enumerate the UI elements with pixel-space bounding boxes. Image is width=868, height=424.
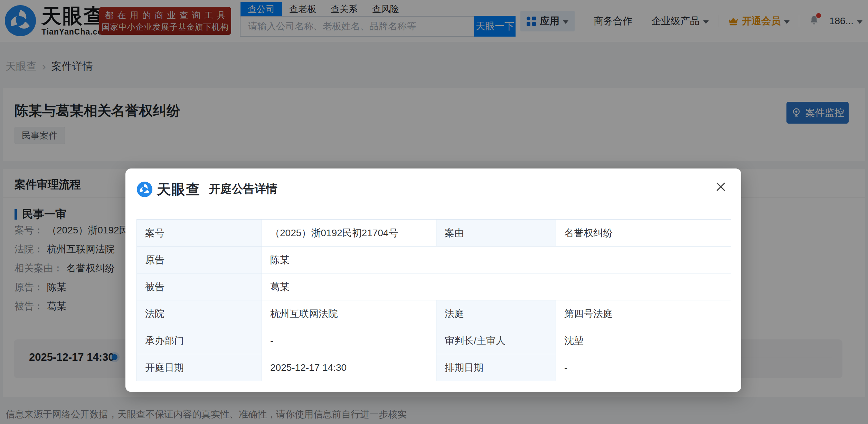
cell-value: （2025）浙0192民初21704号	[262, 220, 436, 247]
table-row: 承办部门 - 审判长/主审人 沈堃	[137, 327, 731, 354]
table-row: 被告 葛某	[137, 273, 731, 300]
cell-value: 沈堃	[556, 327, 731, 354]
close-icon	[715, 181, 727, 193]
modal-logo: 天眼查	[136, 180, 200, 199]
cell-label: 法庭	[436, 300, 556, 327]
cell-label: 审判长/主审人	[436, 327, 556, 354]
cell-value: 杭州互联网法院	[262, 300, 436, 327]
cell-label: 排期日期	[436, 354, 556, 381]
cell-label: 案由	[436, 220, 556, 247]
modal-title: 开庭公告详情	[209, 181, 277, 197]
cell-value: 2025-12-17 14:30	[262, 354, 436, 381]
table-row: 开庭日期 2025-12-17 14:30 排期日期 -	[137, 354, 731, 381]
table-row: 原告 陈某	[137, 247, 731, 273]
tianyancha-logo-icon	[136, 181, 153, 197]
cell-value: -	[262, 327, 436, 354]
cell-label: 被告	[137, 273, 262, 300]
cell-label: 开庭日期	[137, 354, 262, 381]
close-button[interactable]	[713, 179, 729, 195]
cell-label: 案号	[137, 220, 262, 247]
divider	[201, 182, 201, 195]
cell-label: 法院	[137, 300, 262, 327]
cell-value: 第四号法庭	[556, 300, 731, 327]
cell-value: 名誉权纠纷	[556, 220, 731, 247]
page: 天眼查 TianYanCha.com 都在用的商业查询工具 国家中小企业发展子基…	[0, 0, 868, 424]
cell-value: 葛某	[262, 273, 731, 300]
hearing-detail-table: 案号 （2025）浙0192民初21704号 案由 名誉权纠纷 原告 陈某 被告…	[136, 219, 731, 381]
cell-value: -	[556, 354, 731, 381]
cell-label: 原告	[137, 247, 262, 273]
cell-label: 承办部门	[137, 327, 262, 354]
hearing-announcement-dialog: 天眼查 开庭公告详情 案号 （2025）浙0192民初21704号 案由 名誉权…	[125, 168, 741, 392]
cell-value: 陈某	[262, 247, 731, 273]
table-row: 案号 （2025）浙0192民初21704号 案由 名誉权纠纷	[137, 220, 731, 247]
modal-logo-brand: 天眼查	[157, 180, 200, 199]
modal-header: 天眼查 开庭公告详情	[125, 168, 741, 207]
table-row: 法院 杭州互联网法院 法庭 第四号法庭	[137, 300, 731, 327]
